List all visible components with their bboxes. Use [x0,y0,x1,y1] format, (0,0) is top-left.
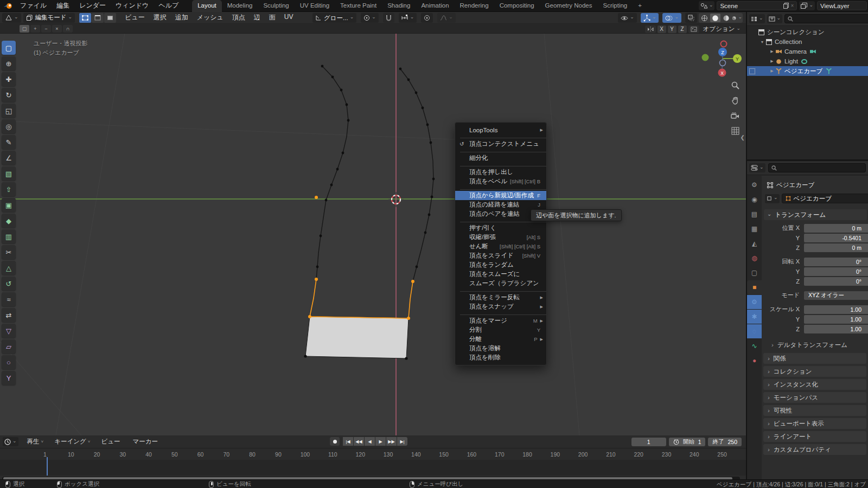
viewlayer-browse-button[interactable] [799,1,815,10]
context-menu-item[interactable]: 頂点をマージ M ▶ [455,316,546,325]
playhead[interactable] [47,457,48,476]
playback-button[interactable]: ▶| [397,437,407,446]
topbar-menu-item[interactable]: ウィンドウ [111,0,154,12]
orthographic-toggle-button[interactable] [730,126,740,136]
object-browse-button[interactable] [765,194,780,203]
mesh-face[interactable] [305,317,409,358]
select-mode-invert-button[interactable]: × [52,25,62,33]
tool-button[interactable]: ▣ [2,198,16,212]
navigation-gizmo[interactable]: Z X Y [701,39,742,85]
select-mode-new-button[interactable]: ▢ [20,25,29,33]
properties-tab[interactable]: ∿ [747,339,762,353]
viewlayer-selector[interactable]: ViewLayer [817,1,867,10]
collapsed-section-header[interactable]: 関係 [763,353,866,364]
tool-button[interactable]: Y [2,371,16,385]
properties-tab[interactable]: ✱ [747,310,762,324]
tool-button[interactable]: ▽ [2,324,16,338]
playback-button[interactable]: ◀◀ [354,437,364,446]
properties-tab[interactable]: ⚙ [747,295,762,309]
outliner-filter-button[interactable] [767,14,783,23]
transform-value-field[interactable]: 1.00 [804,325,868,333]
context-menu-item[interactable]: 頂点から新規辺/面作成 F [455,191,546,200]
viewport-menu-item[interactable]: 面 [265,13,280,22]
options-dropdown[interactable]: オプション [703,25,741,33]
context-menu-item[interactable]: 頂点をランダム [455,260,546,269]
curve-control-points[interactable] [304,65,435,360]
context-menu-item[interactable]: 頂点を溶解 [455,344,546,353]
tool-button[interactable]: ◱ [2,104,16,118]
properties-editor-button[interactable] [749,163,765,172]
properties-tab[interactable]: ▢ [747,266,762,280]
context-menu-item[interactable]: 分離 P ▶ [455,335,546,344]
tool-button[interactable]: ✚ [2,72,16,86]
context-menu-item[interactable]: 収縮/膨張 [Alt] S [455,233,546,242]
overlays-toggle[interactable] [662,13,681,23]
context-menu-item[interactable]: 頂点をスナップ ▶ [455,302,546,311]
workspace-tab[interactable]: Texture Paint [335,0,382,12]
timeline-menu-item[interactable]: ビュー [95,438,127,446]
face-select-button[interactable] [104,13,116,23]
editor-type-button[interactable] [2,13,21,23]
viewport-menu-item[interactable]: 選択 [149,13,171,22]
select-mode-subtract-button[interactable]: − [41,25,51,33]
topbar-menu-item[interactable]: ファイル [15,0,52,12]
mirror-x-toggle[interactable]: X [658,25,666,33]
viewport-menu-item[interactable]: 追加 [171,13,193,22]
transform-value-field[interactable]: 1.00 [804,305,868,314]
object-name-field[interactable]: ベジエカーブ [782,194,868,203]
edge-select-button[interactable] [92,13,104,23]
tool-button[interactable]: ✎ [2,135,16,149]
viewport-3d[interactable]: ユーザー・透視投影 (1) ベジエカーブ ▢⊕✚↻◱◎✎∠▧⇧▣◆▥✂△↺≈⇄▽… [0,34,746,435]
gizmo-neg-x[interactable] [721,41,727,47]
context-menu-item[interactable] [455,288,546,293]
context-menu-item[interactable]: 頂点を削除 [455,353,546,362]
current-frame-field[interactable]: 1 [631,438,666,446]
workspace-tab[interactable]: Compositing [494,0,540,12]
context-menu-item[interactable] [455,149,546,153]
collapsed-section-header[interactable]: モーションパス [763,392,866,403]
properties-search[interactable] [768,163,866,172]
workspace-tab[interactable]: Animation [416,0,454,12]
auto-keyframe-button[interactable] [330,437,340,446]
shading-wireframe-button[interactable] [699,14,710,22]
properties-tab[interactable]: ⚙ [747,178,762,192]
transform-value-field[interactable]: 0 m [804,243,868,252]
context-menu-item[interactable]: 押す/引く [455,223,546,233]
disclosure-icon[interactable]: ▶ [769,49,775,54]
tool-button[interactable]: ✂ [2,245,16,259]
topbar-menu-item[interactable]: レンダー [74,0,111,12]
sidebar-collapse-arrow[interactable] [741,134,745,140]
context-menu-item[interactable]: 頂点をスムーズに [455,269,546,279]
tool-button[interactable]: ↺ [2,277,16,291]
new-scene-icon[interactable] [783,3,789,9]
collapsed-section-header[interactable]: 可視性 [763,405,866,416]
unlink-scene-icon[interactable]: × [791,3,794,9]
timeline-menu-item[interactable]: キーイング˅ [49,438,95,446]
zoom-button[interactable] [730,80,740,90]
context-menu-item[interactable]: LoopTools ▶ [455,125,546,134]
outliner-row[interactable]: ▶ ベジエカーブ [747,66,868,76]
transform-value-field[interactable]: 0° [804,267,868,276]
timeline-menu-item[interactable]: 再生˅ [22,438,49,446]
properties-tab[interactable]: ▦ [747,222,762,236]
collapsed-section-header[interactable]: コレクション [763,366,866,377]
transform-panel-header[interactable]: トランスフォーム [764,209,867,220]
properties-tab[interactable]: ▤ [747,207,762,221]
mirror-y-toggle[interactable]: Y [668,25,676,33]
tool-button[interactable]: ▱ [2,339,16,354]
pivot-dropdown[interactable] [361,13,379,23]
gizmos-toggle[interactable] [641,13,659,23]
tool-button[interactable]: ⇄ [2,308,16,322]
timeline-menu-item[interactable]: マーカー [127,438,165,446]
outliner-search-input[interactable] [795,15,868,23]
outliner-search[interactable] [784,14,868,23]
tool-button[interactable]: ⊕ [2,56,16,70]
context-menu-item[interactable]: スムーズ（ラプラシアン） [455,279,546,288]
properties-tab[interactable]: ◍ [747,251,762,265]
tool-button[interactable]: ∠ [2,151,16,165]
workspace-tab[interactable]: UV Editing [295,0,335,12]
snap-projection-icon[interactable] [688,25,699,33]
workspace-tab[interactable]: Sculpting [258,0,294,12]
viewport-menu-item[interactable]: UV [280,13,298,22]
mirror-z-toggle[interactable]: Z [678,25,687,33]
